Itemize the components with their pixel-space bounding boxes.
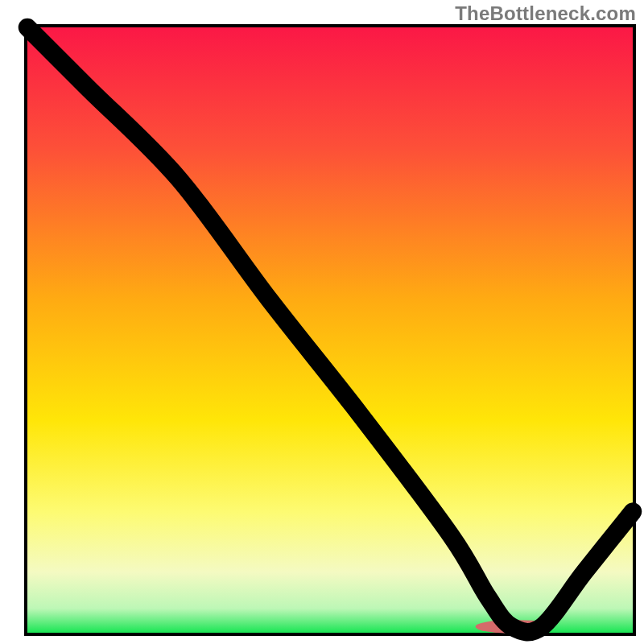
chart-container: TheBottleneck.com <box>0 0 644 644</box>
plot-area <box>24 24 636 636</box>
curve-layer <box>27 27 633 633</box>
bottleneck-curve <box>27 27 633 632</box>
watermark-text: TheBottleneck.com <box>455 2 636 25</box>
